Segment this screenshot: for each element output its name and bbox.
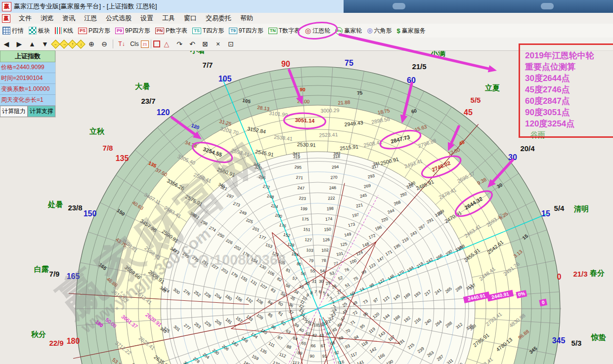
zoom-out-icon[interactable]: ⊖ [98, 40, 111, 48]
svg-text:43: 43 [319, 333, 324, 338]
p-square-icon: PS [78, 28, 87, 34]
toolbar-item-T数字表[interactable]: TNT数字表 [266, 27, 303, 35]
triangle-tool-icon[interactable]: △ [160, 40, 173, 48]
calendar-icon[interactable]: 21 [141, 40, 149, 48]
toolbar-item-P四方形[interactable]: PSP四方形 [76, 27, 113, 35]
svg-text:199: 199 [300, 206, 307, 211]
toolbar-separator [113, 40, 113, 48]
menu-item-交易委托[interactable]: 交易委托 [201, 13, 236, 24]
svg-text:79: 79 [308, 258, 313, 263]
title-bar: 赢 赢家江恩专业版[赢家服务平台] - [上证指数 江恩轮] [0, 0, 613, 13]
svg-text:21.88: 21.88 [338, 99, 350, 106]
svg-text:174: 174 [325, 216, 333, 222]
toolbar-item-P数字表[interactable]: PNP数字表 [153, 27, 190, 35]
toolbar-item-label: T数字表 [279, 27, 300, 35]
svg-text:54: 54 [320, 268, 325, 274]
toolbar-item-label: K线 [63, 27, 73, 35]
menu-item-窗口[interactable]: 窗口 [179, 13, 201, 24]
menu-item-设置[interactable]: 设置 [136, 13, 158, 24]
menu-logo-icon: 赢 [2, 14, 10, 23]
svg-text:246: 246 [329, 185, 337, 191]
menu-item-文件[interactable]: 文件 [14, 13, 36, 24]
svg-text:294: 294 [332, 164, 339, 170]
toolbar-separator [151, 40, 151, 48]
pan-down-icon[interactable]: ↓ [76, 40, 85, 48]
titlebar-blob [541, 3, 554, 9]
delete-box-icon[interactable]: ⊠ [199, 40, 212, 48]
winner-wheel-icon: Big [335, 27, 343, 35]
menu-item-资讯[interactable]: 资讯 [58, 13, 80, 24]
svg-text:295: 295 [294, 164, 302, 170]
calc-support-button[interactable]: 计算支撑 [28, 106, 55, 117]
svg-text:102: 102 [321, 247, 329, 253]
svg-text:6: 6 [318, 289, 321, 294]
titlebar-blob [393, 3, 405, 9]
hexagon-icon: ◎ [367, 27, 372, 34]
market-grid-icon [2, 27, 10, 35]
menu-item-工具[interactable]: 工具 [158, 13, 179, 24]
nine-p-square-icon: P9 [115, 28, 124, 34]
titlebar-overlap-area [344, 0, 613, 13]
svg-text:150: 150 [324, 227, 331, 232]
toolbar-item-9P四方形[interactable]: P99P四方形 [113, 27, 153, 35]
toolbar-item-9T四方形[interactable]: T99T四方形 [226, 27, 266, 35]
svg-text:3000.29: 3000.29 [320, 107, 339, 114]
panel-title: 上证指数 [0, 50, 55, 62]
toolbar-item-label: P数字表 [166, 27, 187, 35]
back-arrow-icon[interactable]: ◀ [0, 40, 13, 48]
svg-text:66: 66 [311, 343, 316, 349]
menu-item-江恩[interactable]: 江恩 [80, 13, 101, 24]
annotation-line: 2019年江恩轮中轮 [525, 50, 613, 61]
annotation-line: 重要点位测算 [525, 61, 613, 73]
toolbar-item-江恩轮[interactable]: ◎江恩轮 [303, 27, 333, 35]
index-info-panel: 上证指数 价格=2440.9099 时间=20190104 变换系数=1.000… [0, 50, 56, 118]
menu-item-公式选股[interactable]: 公式选股 [101, 13, 136, 24]
toolbar-item-K线[interactable]: K线 [52, 27, 76, 35]
toolbar-item-label: 板块 [38, 27, 50, 35]
svg-text:270: 270 [330, 175, 338, 180]
toolbar-item-赢家服务[interactable]: $赢家服务 [394, 27, 428, 35]
svg-text:127: 127 [305, 237, 312, 243]
square-tool-icon[interactable] [153, 40, 160, 47]
toolbar-item-板块[interactable]: 板块 [26, 27, 52, 35]
forward-arrow-icon[interactable]: ▶ [13, 40, 26, 48]
toolbar-item-T四方形[interactable]: TST四方形 [190, 27, 226, 35]
screen-icon[interactable]: ⊡ [224, 40, 237, 48]
annotation-box: 2019年江恩轮中轮 重要点位测算 30度2644点 45度2746点 60度2… [519, 43, 613, 138]
calc-resistance-button[interactable]: 计算阻力 [0, 106, 28, 117]
annotation-line: 45度2746点 [525, 84, 613, 95]
toolbar-item-六角形[interactable]: ◎六角形 [364, 27, 394, 35]
svg-text:2530.91: 2530.91 [297, 141, 316, 148]
toolbar-item-label: 9T四方形 [239, 27, 263, 35]
t-table-icon: TN [268, 28, 277, 34]
svg-text:271: 271 [296, 175, 303, 180]
svg-text:67: 67 [320, 343, 325, 349]
t-down-icon[interactable]: T↓ [115, 40, 128, 47]
svg-text:342: 342 [333, 151, 341, 156]
menu-bar: 赢 文件浏览资讯江恩公式选股设置工具窗口交易委托帮助 [0, 13, 613, 24]
toolbar-item-label: 赢家服务 [402, 27, 426, 35]
svg-text:151: 151 [303, 227, 310, 232]
pointer-down-icon[interactable]: ▼ [39, 40, 51, 48]
cls-button[interactable]: Cls [128, 40, 141, 47]
svg-text:78: 78 [321, 258, 326, 263]
annotation-line: 120度3254点 [525, 118, 613, 129]
pointer-up-icon[interactable]: ▲ [26, 40, 39, 48]
toolbar-item-赢家轮[interactable]: Big赢家轮 [333, 27, 364, 35]
svg-text:198: 198 [326, 206, 334, 211]
zoom-in-icon[interactable]: ⊕ [85, 40, 98, 48]
t-square-icon: TS [192, 28, 201, 34]
svg-text:103: 103 [306, 247, 313, 253]
svg-text:222: 222 [328, 196, 335, 201]
window-title: 赢家江恩专业版[赢家服务平台] - [上证指数 江恩轮] [14, 2, 157, 11]
rotate-cw-icon[interactable]: ↷ [173, 40, 186, 48]
svg-text:223: 223 [299, 196, 306, 201]
toolbar-item-label: P四方形 [88, 27, 110, 35]
rotate-ccw-icon[interactable]: ↶ [186, 40, 199, 48]
menu-item-帮助[interactable]: 帮助 [236, 13, 258, 24]
close-x-icon[interactable]: × [212, 40, 224, 48]
svg-text:25.00: 25.00 [297, 98, 310, 104]
svg-text:90: 90 [309, 354, 314, 359]
menu-item-浏览[interactable]: 浏览 [36, 13, 58, 24]
toolbar-item-行情[interactable]: 行情 [0, 27, 26, 35]
